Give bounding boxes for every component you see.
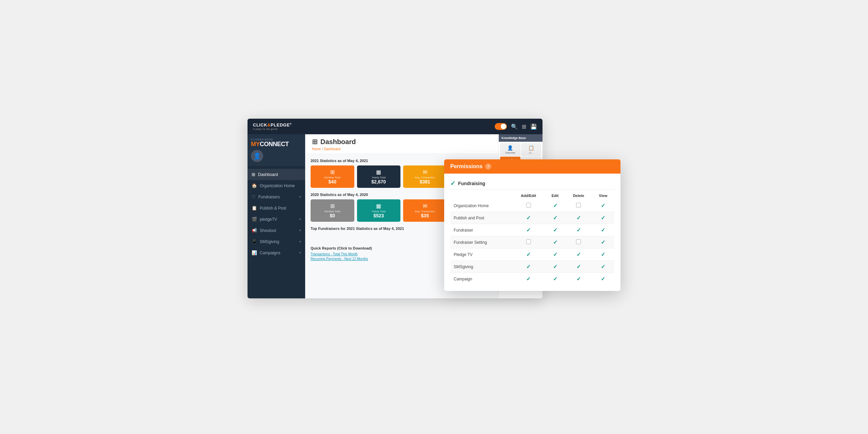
perm-sms-edit: ✓ [545,261,565,273]
breadcrumb: Home / Dashboard [312,146,492,154]
search-icon[interactable]: 🔍 [511,123,518,130]
expand-icon: + [299,251,301,255]
card-value: $40 [329,179,336,184]
perm-publish-delete: ✓ [565,212,592,224]
stat-card-avg-transaction-2020: ✉ Avg. Transaction $35 [403,199,447,222]
card-icon: ▦ [376,169,381,175]
modal-body: ✓ Fundraising Add/Edit Edit Delete View [444,174,620,291]
card-icon: ✉ [423,169,427,175]
perm-org-home-add[interactable] [512,200,545,212]
perm-sms-add: ✓ [512,261,545,273]
card-value: $381 [420,179,430,184]
scene: CLICK&PLEDGE® it pays to be good 🔍 ⊞ 💾 C… [248,119,620,315]
sidebar-item-label: Fundraisers [258,195,280,199]
stat-card-monthly-total: ⊞ Monthly Total $40 [311,165,354,188]
perm-tv-edit: ✓ [545,249,565,261]
stat-card-yearly-total: ▦ Yearly Total $2,670 [357,165,401,188]
modal-header: Permissions ? [444,159,620,174]
perm-fundraiser-delete: ✓ [565,224,592,236]
sidebar-item-label: pledgeTV [260,217,277,222]
expand-icon: + [299,195,301,199]
sidebar-nav: ⊞ Dashboard 🏠 Organization Home ♡ Fundra… [248,166,305,261]
perm-campaign-view: ✓ [592,273,614,285]
sidebar-brand: CLICK&PLEDGE MYCONNECT 👤 [248,134,305,166]
perm-tv-view: ✓ [592,249,614,261]
sidebar-item-publish-post[interactable]: 📋 Publish & Post [248,202,305,214]
sidebar-item-label: Campaigns [260,251,280,255]
top-nav: CLICK&PLEDGE® it pays to be good 🔍 ⊞ 💾 [248,119,542,134]
perm-fs-add[interactable] [512,236,545,249]
sidebar-item-label: SMSgiving [260,239,279,244]
fundraising-label: Fundraising [458,181,485,186]
grid-icon[interactable]: ⊞ [522,123,526,130]
table-row: Fundraiser Setting ✓ ✓ [450,236,614,249]
stat-card-avg-transaction: ✉ Avg. Transaction $381 [403,165,447,188]
col-delete: Delete [565,192,592,200]
kb-tile-li[interactable]: 📋 Li... [521,143,541,156]
perm-sms-delete: ✓ [565,261,592,273]
sidebar-item-fundraisers[interactable]: ♡ Fundraisers + [248,191,305,202]
card-label: Yearly Total [372,176,386,179]
logo-sub: it pays to be good [253,127,292,131]
row-campaign: Campaign [450,273,512,285]
sidebar-item-label: Organization Home [260,183,295,188]
brand-main: MYCONNECT [251,141,302,148]
table-row: Campaign ✓ ✓ ✓ ✓ [450,273,614,285]
sidebar-item-smsgiving[interactable]: 📱 SMSgiving + [248,236,305,247]
save-icon[interactable]: 💾 [530,123,537,130]
card-icon: ✉ [423,203,427,209]
kb-tile-overview[interactable]: 👤 Overview [500,143,520,156]
perm-fundraiser-add: ✓ [512,224,545,236]
card-value: $2,670 [371,179,386,184]
li-icon: 📋 [528,145,534,151]
card-label: Avg. Transaction [415,176,435,179]
card-icon: ⊞ [330,169,335,175]
card-value: $523 [373,213,384,218]
checkbox-icon[interactable] [576,239,581,244]
sidebar-item-pledgetv[interactable]: 🎬 pledgeTV + [248,214,305,225]
table-row: Fundraiser ✓ ✓ ✓ ✓ [450,224,614,236]
perm-org-home-delete[interactable] [565,200,592,212]
app-logo: CLICK&PLEDGE® it pays to be good [253,122,292,131]
checkbox-icon[interactable] [576,203,581,208]
card-label: Monthly Total [324,210,340,213]
perm-fundraiser-edit: ✓ [545,224,565,236]
publish-icon: 📋 [252,205,257,211]
sidebar-item-shoutout[interactable]: 📢 Shoutout + [248,225,305,236]
row-org-home: Organization Home [450,200,512,212]
sidebar-item-org-home[interactable]: 🏠 Organization Home [248,180,305,191]
fundraising-section: ✓ Fundraising [450,177,614,190]
sidebar-item-label: Shoutout [260,228,276,233]
card-label: Avg. Transaction [415,210,435,213]
knowledge-base-header: Knowledge Base [499,134,542,142]
perm-tv-add: ✓ [512,249,545,261]
perm-tv-delete: ✓ [565,249,592,261]
card-value: $0 [330,213,335,218]
sidebar-item-label: Dashboard [258,172,278,177]
sidebar-item-campaigns[interactable]: 📊 Campaigns + [248,247,305,258]
perm-campaign-add: ✓ [512,273,545,285]
dashboard-icon: ⊞ [252,172,255,177]
sidebar-item-dashboard[interactable]: ⊞ Dashboard [248,169,305,180]
table-row: Pledge TV ✓ ✓ ✓ ✓ [450,249,614,261]
perm-fs-edit: ✓ [545,236,565,249]
toggle-switch[interactable] [495,123,507,130]
permissions-modal: Permissions ? ✓ Fundraising Add/Edit Edi… [444,159,620,291]
fundraising-check: ✓ [450,180,455,187]
row-pledge-tv: Pledge TV [450,249,512,261]
col-edit: Edit [545,192,565,200]
perm-campaign-edit: ✓ [545,273,565,285]
table-row: Organization Home ✓ ✓ [450,200,614,212]
top-nav-icons: 🔍 ⊞ 💾 [495,123,537,130]
fundraisers-icon: ♡ [252,194,256,199]
expand-icon: + [299,217,301,221]
perm-publish-view: ✓ [592,212,614,224]
campaigns-icon: 📊 [252,250,257,255]
smsgiving-icon: 📱 [252,239,257,244]
checkbox-icon[interactable] [526,239,531,244]
title-icon: ⊞ [312,138,318,146]
row-fundraiser-setting: Fundraiser Setting [450,236,512,249]
help-icon[interactable]: ? [485,163,491,170]
perm-fs-delete[interactable] [565,236,592,249]
checkbox-icon[interactable] [526,203,531,208]
